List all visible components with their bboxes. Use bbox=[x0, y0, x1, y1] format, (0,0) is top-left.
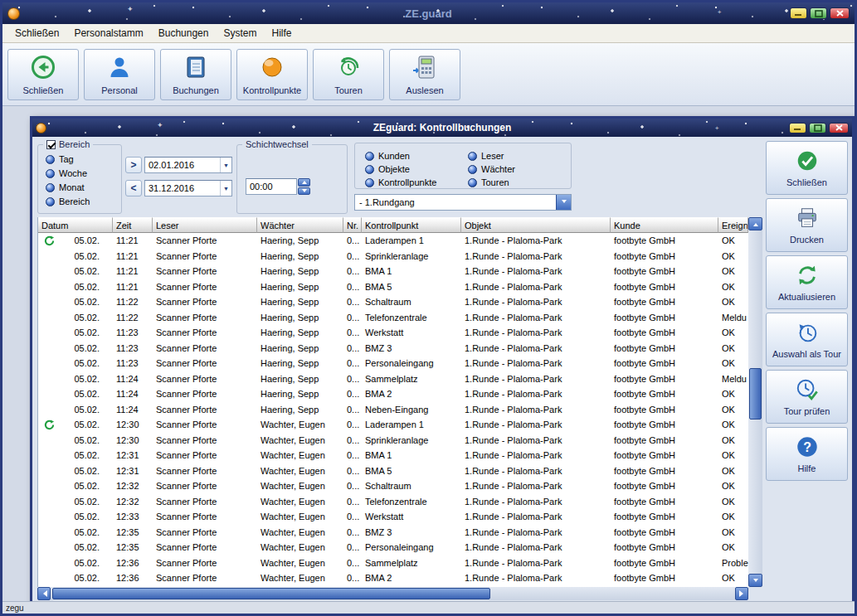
cell-kontrollpunkt: Sammelplatz bbox=[362, 371, 461, 387]
table-row[interactable]: 05.02. 11:24 Scanner Pforte Haering, Sep… bbox=[38, 371, 748, 387]
vertical-scroll-thumb[interactable] bbox=[749, 368, 762, 420]
radio-woche[interactable]: Woche bbox=[46, 167, 121, 179]
radio-monat[interactable]: Monat bbox=[46, 182, 121, 193]
minimize-button[interactable] bbox=[790, 7, 807, 19]
radio-waechter[interactable]: Wächter bbox=[468, 163, 571, 175]
table-row[interactable]: 05.02. 11:21 Scanner Pforte Haering, Sep… bbox=[38, 264, 748, 279]
horizontal-scroll-thumb[interactable] bbox=[52, 588, 490, 599]
date-from-field[interactable]: 02.01.2016 ▼ bbox=[144, 157, 232, 173]
hilfe-button[interactable]: ? Hilfe bbox=[766, 427, 848, 481]
table-row[interactable]: 05.02. 11:22 Scanner Pforte Haering, Sep… bbox=[38, 310, 748, 326]
cell-kunde: footbyte GmbH bbox=[611, 463, 718, 479]
cell-kontrollpunkt: BMA 2 bbox=[362, 386, 461, 402]
table-row[interactable]: 05.02. 12:31 Scanner Pforte Wachter, Eug… bbox=[38, 463, 748, 479]
tour-combobox[interactable]: - 1.Rundgang bbox=[354, 194, 572, 211]
column-header-nr[interactable]: Nr. bbox=[343, 217, 362, 233]
table-row[interactable]: 05.02. 11:23 Scanner Pforte Haering, Sep… bbox=[38, 325, 748, 341]
dialog-close-button[interactable] bbox=[829, 123, 849, 133]
radio-leser[interactable]: Leser bbox=[468, 150, 571, 162]
scroll-left-button[interactable] bbox=[37, 587, 51, 600]
chevron-down-icon[interactable]: ▼ bbox=[220, 181, 231, 196]
spinner-down-button[interactable] bbox=[298, 187, 310, 196]
spinner-up-button[interactable] bbox=[298, 178, 310, 187]
table-row[interactable]: 05.02. 12:35 Scanner Pforte Wachter, Eug… bbox=[38, 540, 748, 555]
radio-kunden[interactable]: Kunden bbox=[365, 150, 468, 162]
menu-schliessen[interactable]: Schließen bbox=[7, 25, 66, 41]
maximize-button[interactable] bbox=[810, 7, 827, 19]
table-row[interactable]: 05.02. 12:33 Scanner Pforte Wachter, Eug… bbox=[38, 509, 748, 525]
menu-system[interactable]: System bbox=[216, 25, 264, 41]
cell-kunde: footbyte GmbH bbox=[611, 402, 718, 418]
column-header-zeit[interactable]: Zeit bbox=[113, 217, 153, 233]
cell-kontrollpunkt: Neben-Eingang bbox=[362, 402, 461, 418]
chevron-down-icon[interactable]: ▼ bbox=[220, 158, 231, 172]
drucken-button[interactable]: Drucken bbox=[766, 198, 848, 252]
app-icon[interactable] bbox=[7, 7, 20, 20]
toolbar-touren-button[interactable]: Touren bbox=[313, 49, 384, 100]
dialog-minimize-button[interactable] bbox=[789, 123, 806, 133]
menu-hilfe[interactable]: Hilfe bbox=[265, 25, 299, 41]
table-row[interactable]: 05.02. 11:24 Scanner Pforte Haering, Sep… bbox=[38, 402, 748, 418]
schliessen-button[interactable]: Schließen bbox=[766, 141, 848, 195]
close-button[interactable] bbox=[830, 7, 850, 19]
chevron-down-icon[interactable] bbox=[556, 195, 571, 210]
table-row[interactable]: 05.02. 12:31 Scanner Pforte Wachter, Eug… bbox=[38, 448, 748, 463]
toolbar-schliessen-button[interactable]: Schließen bbox=[7, 49, 79, 100]
date-to-field[interactable]: 31.12.2016 ▼ bbox=[144, 180, 232, 196]
table-row[interactable]: 05.02. 12:32 Scanner Pforte Wachter, Eug… bbox=[38, 478, 748, 494]
menu-personalstamm[interactable]: Personalstamm bbox=[66, 25, 150, 41]
toolbar-buchungen-button[interactable]: Buchungen bbox=[160, 49, 231, 100]
toolbar-kontrollpunkte-button[interactable]: Kontrollpunkte bbox=[236, 49, 308, 100]
toolbar-button-label: Auslesen bbox=[406, 85, 443, 95]
column-header-datum[interactable]: Datum bbox=[38, 217, 113, 233]
aktualisieren-button[interactable]: Aktualiusieren bbox=[766, 255, 848, 309]
table-row[interactable]: 05.02. 12:30 Scanner Pforte Wachter, Eug… bbox=[38, 433, 748, 449]
column-header-ereignis[interactable]: Ereignis bbox=[718, 217, 748, 233]
table-row[interactable]: 05.02. 11:23 Scanner Pforte Haering, Sep… bbox=[38, 341, 748, 357]
vertical-scrollbar[interactable] bbox=[748, 217, 762, 587]
radio-kontrollpunkte[interactable]: Kontrollpunkte bbox=[365, 177, 468, 188]
scroll-up-button[interactable] bbox=[748, 217, 762, 230]
horizontal-scrollbar[interactable] bbox=[37, 587, 748, 600]
radio-tag[interactable]: Tag bbox=[46, 153, 121, 165]
dialog-maximize-button[interactable] bbox=[809, 123, 826, 133]
scroll-down-button[interactable] bbox=[748, 574, 762, 587]
table-row[interactable]: 05.02. 12:30 Scanner Pforte Wachter, Eug… bbox=[38, 417, 748, 433]
table-row[interactable]: 05.02. 12:35 Scanner Pforte Wachter, Eug… bbox=[38, 525, 748, 541]
radio-objekte[interactable]: Objekte bbox=[365, 163, 468, 175]
column-header-leser[interactable]: Leser bbox=[153, 217, 257, 233]
table-row[interactable]: 05.02. 11:21 Scanner Pforte Haering, Sep… bbox=[38, 233, 748, 249]
auswahl-als-tour-button[interactable]: Auswahl als Tour bbox=[766, 313, 848, 366]
table-row[interactable]: 05.02. 11:21 Scanner Pforte Haering, Sep… bbox=[38, 249, 748, 264]
column-header-kontrollpunkt[interactable]: Kontrollpunkt bbox=[362, 217, 461, 233]
dialog-icon[interactable] bbox=[36, 123, 46, 133]
schichtwechsel-time-field[interactable]: 00:00 bbox=[246, 178, 297, 195]
table-row[interactable]: 05.02. 12:32 Scanner Pforte Wachter, Eug… bbox=[38, 494, 748, 510]
cell-kontrollpunkt: BMA 1 bbox=[362, 264, 461, 279]
radio-bereich[interactable]: Bereich bbox=[46, 196, 121, 207]
column-header-kunde[interactable]: Kunde bbox=[611, 217, 718, 233]
vertical-scroll-track[interactable] bbox=[748, 230, 762, 574]
horizontal-scroll-track[interactable] bbox=[51, 587, 735, 600]
tour-pruefen-button[interactable]: Tour prüfen bbox=[766, 370, 848, 424]
column-header-waechter[interactable]: Wächter bbox=[257, 217, 343, 233]
cell-leser: Scanner Pforte bbox=[153, 433, 257, 449]
table-row[interactable]: 05.02. 11:22 Scanner Pforte Haering, Sep… bbox=[38, 294, 748, 310]
table-row[interactable]: 05.02. 11:24 Scanner Pforte Haering, Sep… bbox=[38, 386, 748, 402]
bereich-checkbox[interactable] bbox=[46, 140, 56, 149]
menu-buchungen[interactable]: Buchungen bbox=[151, 25, 217, 41]
table-row[interactable]: 05.02. 11:23 Scanner Pforte Haering, Sep… bbox=[38, 356, 748, 371]
table-row[interactable]: 05.02. 12:36 Scanner Pforte Wachter, Eug… bbox=[38, 570, 748, 586]
radio-touren[interactable]: Touren bbox=[468, 177, 571, 188]
date-backward-button[interactable]: < bbox=[125, 180, 142, 196]
scroll-right-button[interactable] bbox=[735, 587, 748, 600]
cell-kontrollpunkt: Laderampen 1 bbox=[362, 233, 461, 249]
cell-leser: Scanner Pforte bbox=[153, 279, 257, 295]
table-row[interactable]: 05.02. 12:36 Scanner Pforte Wachter, Eug… bbox=[38, 555, 748, 571]
cell-waechter: Haering, Sepp bbox=[257, 341, 343, 357]
date-forward-button[interactable]: > bbox=[125, 157, 142, 173]
toolbar-auslesen-button[interactable]: Auslesen bbox=[389, 49, 460, 100]
table-row[interactable]: 05.02. 11:21 Scanner Pforte Haering, Sep… bbox=[38, 279, 748, 295]
column-header-objekt[interactable]: Objekt bbox=[461, 217, 611, 233]
toolbar-personal-button[interactable]: Personal bbox=[84, 49, 155, 100]
